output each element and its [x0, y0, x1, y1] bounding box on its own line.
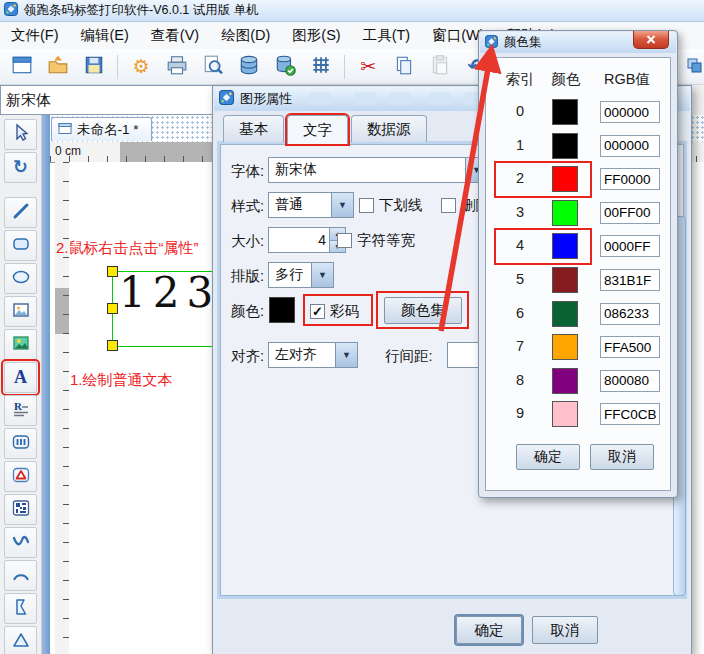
rgb-input-5[interactable]: [600, 269, 660, 291]
settings-gear-button[interactable]: ⚙: [126, 53, 156, 81]
shape-badge-tool-button[interactable]: [4, 461, 37, 492]
color-swatch-3[interactable]: [552, 200, 578, 226]
rgb-input-2[interactable]: [600, 168, 660, 190]
document-icon: [58, 122, 72, 138]
bring-front-icon[interactable]: [685, 56, 703, 74]
size-label: 大小:: [231, 232, 264, 251]
font-select[interactable]: 新宋体 ▼: [268, 157, 488, 183]
resize-handle-bottom-left[interactable]: [107, 340, 118, 351]
arc-tool-button[interactable]: [4, 560, 37, 591]
ruler-origin-label: 0 cm: [55, 144, 81, 158]
chevron-down-icon[interactable]: ▼: [331, 193, 353, 217]
grid-button[interactable]: [306, 53, 336, 81]
menu-item-1[interactable]: 编辑(E): [70, 23, 140, 48]
layout-select[interactable]: 多行 ▼: [268, 262, 334, 288]
image-tool-button[interactable]: [4, 329, 37, 360]
style-select[interactable]: 普通 ▼: [268, 192, 354, 218]
rgb-input-9[interactable]: [600, 403, 660, 425]
ellipse-tool-button[interactable]: [4, 263, 37, 294]
rgb-input-8[interactable]: [600, 370, 660, 392]
open-folder-button[interactable]: [43, 53, 73, 81]
resize-handle-mid-left[interactable]: [107, 303, 118, 314]
rgb-input-6[interactable]: [600, 303, 660, 325]
color-set-dialog: 颜色集 索引 颜色 RGB值 确定 取消 0123456789: [478, 30, 678, 498]
checkbox-box[interactable]: [337, 233, 352, 248]
color-row-highlight-box: [494, 161, 592, 198]
database-check-button[interactable]: [270, 53, 300, 81]
props-cancel-button[interactable]: 取消: [532, 616, 598, 644]
color-index-1: 1: [500, 137, 540, 153]
tab-basic[interactable]: 基本: [223, 115, 284, 142]
checkbox-check-icon[interactable]: ✓: [310, 304, 325, 319]
rounded-rect-tool-button[interactable]: [4, 230, 37, 261]
menu-item-5[interactable]: 工具(T): [352, 23, 422, 48]
menu-item-3[interactable]: 绘图(D): [210, 23, 281, 48]
document-tab[interactable]: 未命名-1 *: [51, 117, 152, 141]
panel-border: [42, 115, 50, 654]
picture-tool-button[interactable]: [4, 296, 37, 327]
save-button[interactable]: [79, 53, 109, 81]
rotate-tool-button[interactable]: ↻: [4, 152, 37, 183]
color-swatch-0[interactable]: [552, 99, 578, 125]
line-tool-button[interactable]: [4, 197, 37, 228]
tab-text[interactable]: 文字: [287, 115, 348, 144]
curve-tool-icon: [11, 531, 31, 555]
curve-tool-button[interactable]: [4, 527, 37, 558]
chevron-down-icon[interactable]: ▼: [335, 343, 357, 367]
menu-item-4[interactable]: 图形(S): [281, 23, 351, 48]
new-document-button[interactable]: [7, 53, 37, 81]
props-ok-button[interactable]: 确定: [456, 616, 522, 644]
font-family-combo[interactable]: 新宋体: [0, 85, 216, 115]
close-button[interactable]: [633, 31, 669, 49]
color-swatch-1[interactable]: [552, 133, 578, 159]
select-tool-icon: [11, 123, 31, 147]
arc-tool-icon: [11, 564, 31, 588]
monospace-checkbox[interactable]: 字符等宽: [337, 231, 415, 250]
current-color-swatch[interactable]: [269, 297, 295, 323]
rgb-input-0[interactable]: [600, 101, 660, 123]
database-button[interactable]: [234, 53, 264, 81]
underline-checkbox[interactable]: 下划线: [359, 196, 423, 215]
cut-button[interactable]: ✂: [353, 53, 383, 81]
colors-dialog-icon: [485, 35, 498, 51]
print-preview-button[interactable]: [198, 53, 228, 81]
size-spinner[interactable]: 4 ▲▼: [268, 227, 346, 253]
color-swatch-6[interactable]: [552, 301, 578, 327]
rgb-input-4[interactable]: [600, 235, 660, 257]
menu-item-2[interactable]: 查看(V): [140, 23, 210, 48]
color-swatch-8[interactable]: [552, 368, 578, 394]
barcode-tool-button[interactable]: [4, 428, 37, 459]
color-index-3: 3: [500, 204, 540, 220]
colors-ok-button[interactable]: 确定: [516, 444, 580, 470]
copy-button[interactable]: [389, 53, 419, 81]
menu-item-0[interactable]: 文件(F): [0, 23, 70, 48]
color-swatch-7[interactable]: [552, 334, 578, 360]
rgb-input-3[interactable]: [600, 202, 660, 224]
checkbox-box[interactable]: [441, 198, 456, 213]
polygon-tool-button[interactable]: [4, 593, 37, 624]
rich-text-tool-button[interactable]: R: [4, 395, 37, 426]
rgb-input-1[interactable]: [600, 135, 660, 157]
ruler-selection-extent: [55, 288, 69, 334]
colors-cancel-button[interactable]: 取消: [590, 444, 654, 470]
text-tool-button[interactable]: A: [4, 362, 37, 393]
color-swatch-5[interactable]: [552, 267, 578, 293]
style-select-value: 普通: [269, 196, 331, 214]
resize-handle-top-left[interactable]: [107, 266, 118, 277]
select-tool-button[interactable]: [4, 119, 37, 150]
chevron-down-icon[interactable]: ▼: [311, 263, 333, 287]
colorcode-checkbox[interactable]: ✓ 彩码: [310, 302, 359, 321]
qrcode-tool-button[interactable]: [4, 494, 37, 525]
colorset-highlight-box: 颜色集: [376, 291, 469, 329]
triangle-tool-button[interactable]: [4, 626, 37, 654]
colorset-button[interactable]: 颜色集: [384, 297, 462, 324]
rgb-input-7[interactable]: [600, 336, 660, 358]
color-swatch-9[interactable]: [552, 401, 578, 427]
print-button[interactable]: [162, 53, 192, 81]
color-index-9: 9: [500, 405, 540, 421]
tab-datasource[interactable]: 数据源: [351, 115, 427, 142]
align-select[interactable]: 左对齐 ▼: [268, 342, 358, 368]
style-label: 样式:: [231, 197, 264, 216]
qrcode-tool-icon: [11, 498, 31, 522]
checkbox-box[interactable]: [359, 198, 374, 213]
